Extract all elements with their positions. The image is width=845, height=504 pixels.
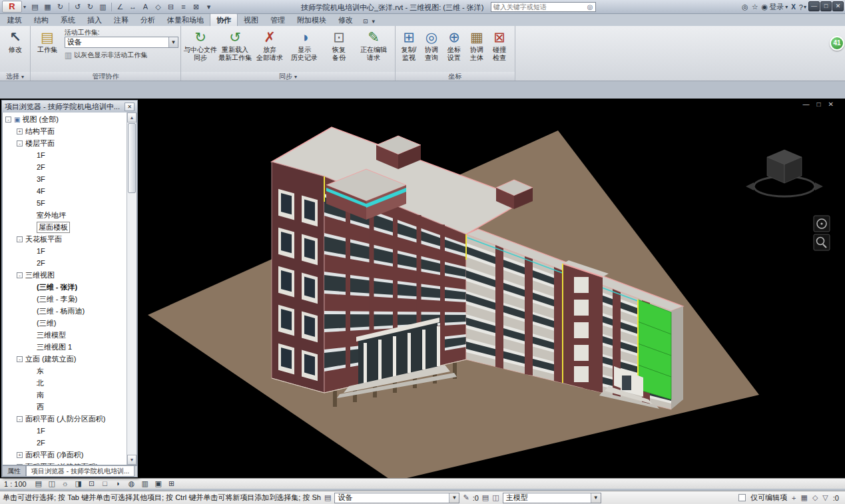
tree-item-ceiling-plans[interactable]: -天花板平面 bbox=[3, 233, 127, 245]
tab-manage[interactable]: 管理 bbox=[264, 14, 291, 26]
sync-icon[interactable]: ↻ bbox=[54, 1, 67, 13]
editing-requests-button[interactable]: ✎ 正在编辑 请求 bbox=[356, 28, 391, 62]
tree-item-fp-3f[interactable]: 3F bbox=[3, 173, 127, 185]
expand-toggle[interactable]: + bbox=[17, 128, 23, 134]
active-workset-dropdown[interactable]: 设备 ▼ bbox=[65, 37, 178, 48]
save-icon[interactable]: ▦ bbox=[41, 1, 54, 13]
tree-item-cp-1f[interactable]: 1F bbox=[3, 245, 127, 257]
expand-toggle[interactable]: + bbox=[17, 452, 23, 458]
default-3d-view-icon[interactable]: ◇ bbox=[152, 1, 164, 13]
ribbon-options-arrow-icon[interactable]: ▾ bbox=[372, 18, 376, 26]
app-menu-arrow-icon[interactable]: ▾ bbox=[23, 4, 26, 10]
search-input[interactable] bbox=[491, 3, 585, 11]
tree-item-ap-2f[interactable]: 2F bbox=[3, 437, 127, 449]
coordination-review-button[interactable]: ◎ 协调 查询 bbox=[420, 28, 443, 62]
project-browser-titlebar[interactable]: 项目浏览器 - 技师学院机电培训中... ✕ bbox=[2, 101, 137, 113]
design-option-arrow-icon[interactable]: ▼ bbox=[591, 493, 601, 503]
open-icon[interactable]: ▤ bbox=[29, 1, 41, 13]
editing-requests-status-icon[interactable]: ✎ bbox=[463, 493, 469, 502]
minimize-button[interactable]: — bbox=[808, 1, 820, 11]
scale-button[interactable]: 1 : 100 bbox=[4, 480, 27, 488]
help-button[interactable]: ? ▾ bbox=[799, 3, 806, 11]
modify-button[interactable]: ↖ 修改 bbox=[2, 28, 29, 54]
expand-toggle[interactable]: - bbox=[17, 272, 23, 278]
undo-icon[interactable]: ↺ bbox=[71, 1, 84, 13]
text-icon[interactable]: A bbox=[139, 1, 152, 13]
select-pinned-icon[interactable]: ◇ bbox=[812, 493, 818, 502]
communication-center-badge[interactable]: 41 bbox=[830, 36, 844, 51]
tree-item-ap-1f[interactable]: 1F bbox=[3, 425, 127, 437]
redo-icon[interactable]: ↻ bbox=[84, 1, 97, 13]
temporary-view-properties-icon[interactable]: ▣ bbox=[153, 479, 164, 489]
customize-qat-icon[interactable]: ▾ bbox=[202, 1, 215, 13]
show-history-button[interactable]: ◑ 显示 历史记录 bbox=[287, 28, 322, 62]
select-links-icon[interactable]: ▦ bbox=[800, 493, 807, 502]
mdi-restore-icon[interactable]: □ bbox=[817, 101, 821, 108]
measure-icon[interactable]: ∠ bbox=[114, 1, 127, 13]
design-option-dropdown[interactable]: 主模型 ▼ bbox=[503, 493, 601, 503]
project-browser-close-icon[interactable]: ✕ bbox=[125, 103, 135, 111]
sync-with-central-button[interactable]: ↻ 与中心文件 同步 bbox=[183, 28, 218, 62]
tree-item-fp-site[interactable]: 室外地坪 bbox=[3, 209, 127, 221]
help-search-box[interactable]: ◎ bbox=[491, 2, 596, 12]
tree-item-area-plans-gross[interactable]: +面积平面 (总建筑面积) bbox=[3, 461, 127, 465]
restore-button[interactable]: □ bbox=[820, 1, 832, 11]
print-icon[interactable]: ▥ bbox=[97, 1, 109, 13]
workset-dropdown-arrow-icon[interactable]: ▼ bbox=[449, 493, 459, 503]
tab-architecture[interactable]: 建筑 bbox=[1, 14, 28, 26]
tree-item-fp-roof-slab[interactable]: 屋面楼板 bbox=[3, 221, 127, 233]
app-logo[interactable]: R bbox=[2, 1, 22, 13]
tree-item-elev-east[interactable]: 东 bbox=[3, 365, 127, 377]
active-workset-status-dropdown[interactable]: 设备 ▼ bbox=[334, 493, 459, 503]
sign-in-button[interactable]: ◉ 登录 ▾ bbox=[762, 2, 788, 12]
tree-item-3d-model[interactable]: 三维模型 bbox=[3, 329, 127, 341]
exchange-search-icon[interactable]: ◎ bbox=[742, 3, 748, 11]
tab-analyze[interactable]: 分析 bbox=[135, 14, 161, 26]
active-workset-dropdown-arrow-icon[interactable]: ▼ bbox=[168, 37, 178, 47]
tree-item-3d-views[interactable]: -三维视图 bbox=[3, 269, 127, 281]
restore-backup-button[interactable]: ⊡ 恢复 备份 bbox=[322, 28, 356, 62]
expand-toggle[interactable]: - bbox=[17, 140, 23, 146]
expand-toggle[interactable]: - bbox=[17, 236, 23, 242]
tab-view[interactable]: 视图 bbox=[238, 14, 264, 26]
visual-style-icon[interactable]: ◫ bbox=[47, 479, 57, 489]
status-doc2-icon[interactable]: ◫ bbox=[492, 493, 499, 502]
tab-project-browser[interactable]: 项目浏览器 - 技师学院机电培训... bbox=[26, 466, 135, 477]
scroll-down-icon[interactable]: ▼ bbox=[127, 455, 137, 465]
section-icon[interactable]: ⊟ bbox=[164, 1, 177, 13]
coordination-host-button[interactable]: ▦ 协调 主体 bbox=[465, 28, 488, 62]
tab-addins[interactable]: 附加模块 bbox=[291, 14, 332, 26]
interference-check-button[interactable]: ⊠ 碰撞 检查 bbox=[488, 28, 511, 62]
tree-item-floor-plans[interactable]: -楼层平面 bbox=[3, 137, 127, 149]
expand-toggle[interactable]: - bbox=[17, 356, 23, 362]
tree-item-fp-2f[interactable]: 2F bbox=[3, 161, 127, 173]
expand-toggle[interactable]: - bbox=[17, 416, 23, 422]
aligned-dimension-icon[interactable]: ↔ bbox=[127, 1, 139, 13]
tree-item-elev-west[interactable]: 西 bbox=[3, 401, 127, 413]
mdi-minimize-icon[interactable]: — bbox=[803, 101, 810, 108]
crop-view-icon[interactable]: ⊡ bbox=[87, 479, 97, 489]
panel-label-coordinate[interactable]: 坐标 bbox=[396, 72, 515, 81]
tree-item-elev-south[interactable]: 南 bbox=[3, 389, 127, 401]
panel-label-synchronize[interactable]: 同步 ▾ bbox=[181, 72, 395, 81]
close-hidden-windows-icon[interactable]: ⊠ bbox=[190, 1, 202, 13]
editable-only-checkbox[interactable] bbox=[738, 494, 746, 501]
tab-massing-site[interactable]: 体量和场地 bbox=[161, 14, 210, 26]
tree-item-3d-user3[interactable]: (三维 - 杨雨迪) bbox=[3, 305, 127, 317]
tree-item-elev-north[interactable]: 北 bbox=[3, 377, 127, 389]
worksets-button[interactable]: ▤ 工作集 bbox=[33, 28, 62, 61]
thin-lines-icon[interactable]: ≡ bbox=[177, 1, 190, 13]
coordinates-settings-button[interactable]: ⊕ 坐标 设置 bbox=[443, 28, 465, 62]
tree-item-views-root[interactable]: -▣视图 (全部) bbox=[3, 113, 127, 125]
tree-item-3d-view-1[interactable]: 三维视图 1 bbox=[3, 341, 127, 353]
exchange-apps-icon[interactable]: X bbox=[791, 3, 796, 11]
tab-structure[interactable]: 结构 bbox=[28, 14, 55, 26]
copy-monitor-button[interactable]: ⊞ 复制/ 监视 bbox=[398, 28, 420, 62]
panel-label-select[interactable]: 选择 ▾ bbox=[0, 72, 30, 81]
tab-systems[interactable]: 系统 bbox=[55, 14, 81, 26]
scroll-thumb[interactable] bbox=[128, 123, 136, 193]
tree-item-cp-2f[interactable]: 2F bbox=[3, 257, 127, 269]
tree-item-3d-user2[interactable]: (三维 - 李枭) bbox=[3, 293, 127, 305]
tab-collaborate[interactable]: 协作 bbox=[210, 13, 238, 26]
shadows-icon[interactable]: ◨ bbox=[73, 479, 84, 489]
